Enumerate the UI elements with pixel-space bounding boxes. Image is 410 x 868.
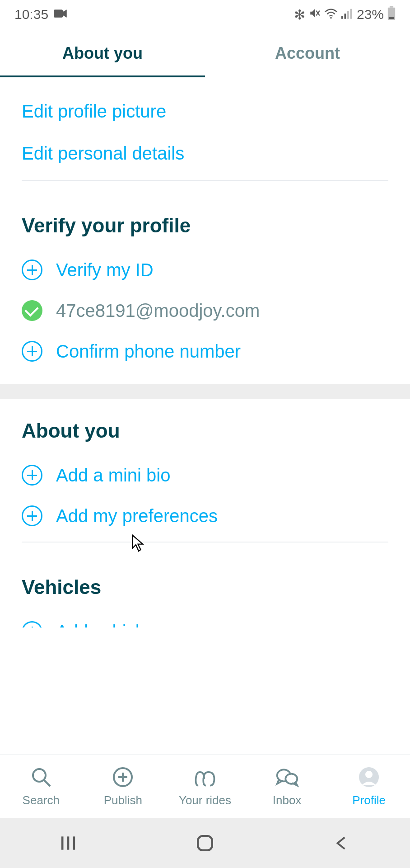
nav-publish[interactable]: Publish xyxy=(82,755,164,818)
svg-rect-8 xyxy=(390,6,393,8)
edit-links-section: Edit profile picture Edit personal detai… xyxy=(0,78,410,193)
publish-icon xyxy=(111,765,135,789)
nav-label: Inbox xyxy=(273,793,302,807)
about-you-section: About you Add a mini bio Add my preferen… xyxy=(0,399,410,555)
content: Edit profile picture Edit personal detai… xyxy=(0,78,410,627)
profile-icon xyxy=(357,765,381,789)
svg-rect-6 xyxy=(347,11,349,19)
vehicles-section: Vehicles Add vehicle xyxy=(0,555,410,627)
verify-id-label: Verify my ID xyxy=(56,260,154,280)
nav-label: Search xyxy=(23,793,60,807)
section-gap xyxy=(0,384,410,399)
edit-personal-details-link[interactable]: Edit personal details xyxy=(22,132,388,175)
confirm-phone-label: Confirm phone number xyxy=(56,341,241,362)
mute-icon xyxy=(309,7,321,22)
plus-circle-icon xyxy=(22,465,42,486)
tab-about-you[interactable]: About you xyxy=(0,29,205,77)
section-title: Vehicles xyxy=(22,576,388,599)
plus-circle-icon xyxy=(22,259,42,280)
wifi-icon xyxy=(324,7,338,22)
plus-circle-icon xyxy=(22,505,42,526)
videocam-icon xyxy=(54,7,67,22)
svg-point-19 xyxy=(365,771,373,778)
divider xyxy=(22,180,388,181)
section-title: Verify your profile xyxy=(22,214,388,237)
signal-icon xyxy=(341,7,353,22)
inbox-icon xyxy=(275,765,299,789)
status-bar: 10:35 ✻ 23% xyxy=(0,0,410,29)
svg-rect-0 xyxy=(54,9,63,18)
status-right: ✻ 23% xyxy=(294,6,396,23)
sys-back-button[interactable] xyxy=(329,830,354,856)
bluetooth-icon: ✻ xyxy=(294,7,305,23)
verified-email-label: 47ce8191@moodjoy.com xyxy=(56,301,260,321)
verify-id-row[interactable]: Verify my ID xyxy=(22,250,388,290)
battery-percent: 23% xyxy=(357,7,384,22)
tab-account[interactable]: Account xyxy=(205,29,410,77)
sys-home-button[interactable] xyxy=(192,830,218,856)
system-nav-bar xyxy=(0,818,410,868)
add-prefs-label: Add my preferences xyxy=(56,506,218,526)
nav-profile[interactable]: Profile xyxy=(328,755,410,818)
svg-rect-7 xyxy=(350,9,352,19)
edit-profile-picture-link[interactable]: Edit profile picture xyxy=(22,90,388,132)
link-label: Edit profile picture xyxy=(22,101,166,121)
add-preferences-row[interactable]: Add my preferences xyxy=(22,495,388,536)
nav-label: Profile xyxy=(352,793,386,807)
verify-profile-section: Verify your profile Verify my ID 47ce819… xyxy=(0,193,410,384)
svg-rect-23 xyxy=(198,836,212,850)
status-time: 10:35 xyxy=(14,7,48,22)
svg-point-3 xyxy=(330,17,332,19)
rides-icon xyxy=(193,765,217,789)
verified-email-row[interactable]: 47ce8191@moodjoy.com xyxy=(22,290,388,331)
nav-your-rides[interactable]: Your rides xyxy=(164,755,246,818)
nav-search[interactable]: Search xyxy=(0,755,82,818)
add-vehicle-row[interactable]: Add vehicle xyxy=(22,611,388,627)
svg-rect-4 xyxy=(341,16,343,19)
search-icon xyxy=(29,765,53,789)
svg-line-12 xyxy=(44,780,50,786)
svg-rect-10 xyxy=(389,17,394,19)
battery-icon xyxy=(387,6,396,23)
divider xyxy=(22,542,388,542)
check-circle-icon xyxy=(22,300,42,321)
bottom-nav: Search Publish Your rides Inbox Profile xyxy=(0,754,410,818)
add-bio-label: Add a mini bio xyxy=(56,465,170,486)
svg-rect-5 xyxy=(344,14,346,19)
confirm-phone-row[interactable]: Confirm phone number xyxy=(22,331,388,372)
sys-recents-button[interactable] xyxy=(56,830,81,856)
status-left: 10:35 xyxy=(14,7,67,22)
top-tabs: About you Account xyxy=(0,29,410,78)
tab-label: Account xyxy=(275,44,340,63)
add-vehicle-label: Add vehicle xyxy=(56,622,149,628)
tab-label: About you xyxy=(62,44,143,63)
svg-point-11 xyxy=(33,769,46,782)
plus-circle-icon xyxy=(22,621,42,627)
plus-circle-icon xyxy=(22,341,42,362)
nav-label: Publish xyxy=(104,793,142,807)
nav-inbox[interactable]: Inbox xyxy=(246,755,328,818)
section-title: About you xyxy=(22,420,388,442)
nav-label: Your rides xyxy=(179,793,231,807)
add-mini-bio-row[interactable]: Add a mini bio xyxy=(22,455,388,495)
link-label: Edit personal details xyxy=(22,143,184,163)
